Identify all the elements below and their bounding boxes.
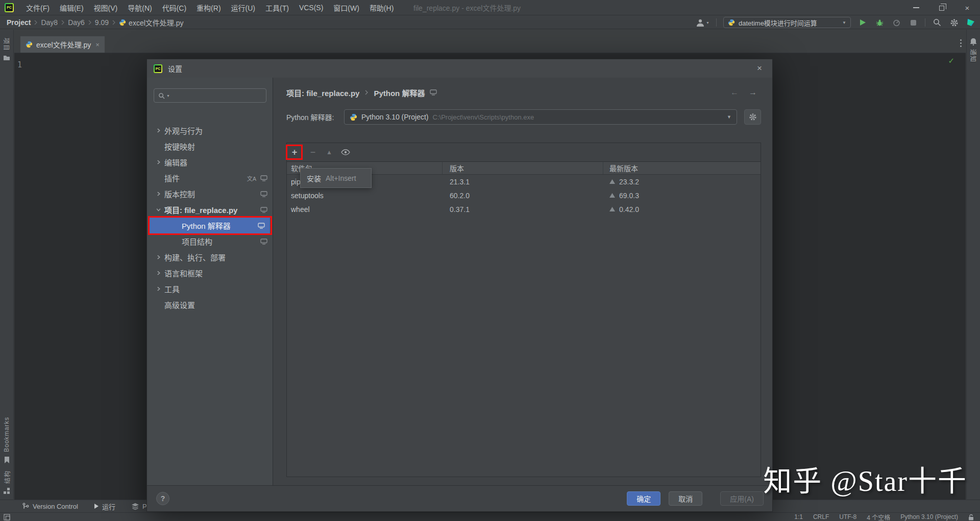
help-button[interactable]: ? [156, 492, 169, 505]
tree-item-plugins[interactable]: 插件 文A [147, 170, 273, 186]
chevron-right-icon[interactable] [156, 192, 161, 196]
close-dialog-button[interactable]: × [754, 63, 765, 74]
tree-item-version-control[interactable]: 版本控制 [147, 186, 273, 202]
file-encoding[interactable]: UTF-8 [839, 513, 856, 520]
tree-item-appearance[interactable]: 外观与行为 [147, 123, 273, 138]
menu-view[interactable]: 视图(V) [89, 0, 123, 15]
chevron-right-icon [88, 20, 92, 25]
chevron-right-icon[interactable] [156, 287, 161, 291]
menu-code[interactable]: 代码(C) [157, 0, 191, 15]
restore-button[interactable] [929, 0, 954, 15]
tree-item-advanced-settings[interactable]: 高级设置 [147, 297, 273, 313]
tool-window-switcher-icon[interactable] [4, 514, 10, 520]
breadcrumb-day6[interactable]: Day6 [68, 18, 85, 27]
settings-search-input[interactable]: ▼ [154, 88, 266, 103]
indent-setting[interactable]: 4 个空格 [867, 513, 890, 521]
profiler-button[interactable] [891, 17, 901, 28]
packages-panel: + − ▲ 软件包 版本 最新版本 pip 21.3.1 [286, 143, 761, 477]
tree-item-build-deploy[interactable]: 构建、执行、部署 [147, 249, 273, 265]
branch-icon [22, 503, 29, 510]
menu-tools[interactable]: 工具(T) [260, 0, 294, 15]
inspections-ok-icon[interactable]: ✓ [948, 56, 954, 65]
editor-tab[interactable]: excel文件处理.py × [20, 36, 105, 53]
column-header-latest[interactable]: 最新版本 [603, 162, 761, 174]
tree-item-python-interpreter[interactable]: Python 解释器 [150, 218, 270, 233]
tree-item-languages-frameworks[interactable]: 语言和框架 [147, 265, 273, 281]
cancel-button[interactable]: 取消 [669, 491, 702, 506]
user-account-button[interactable]: ▼ [696, 19, 709, 27]
interpreter-settings-button[interactable] [744, 109, 761, 125]
bookmark-icon[interactable] [4, 457, 10, 463]
chevron-right-icon [34, 20, 38, 25]
chevron-right-icon[interactable] [156, 271, 161, 275]
chevron-down-icon: ▼ [842, 20, 846, 25]
package-latest-version: 69.0.3 [619, 192, 639, 200]
package-row-wheel[interactable]: wheel 0.37.1 0.42.0 [287, 202, 761, 216]
tree-item-project-structure[interactable]: 项目结构 [147, 233, 273, 249]
breadcrumb-day8[interactable]: Day8 [41, 18, 58, 27]
settings-breadcrumb-section[interactable]: 项目: file_replace.py [286, 87, 359, 98]
back-arrow-icon[interactable]: ← [730, 88, 739, 97]
uninstall-package-button[interactable]: − [306, 146, 320, 158]
python-packages-button[interactable]: P [132, 503, 147, 510]
ok-button[interactable]: 确定 [627, 491, 660, 506]
menu-help[interactable]: 帮助(H) [364, 0, 399, 15]
menu-edit[interactable]: 编辑(E) [55, 0, 89, 15]
column-header-version[interactable]: 版本 [443, 162, 603, 174]
close-window-button[interactable]: × [954, 0, 980, 15]
stop-button[interactable] [908, 17, 918, 28]
breadcrumb-909[interactable]: 9.09 [95, 18, 109, 27]
chevron-right-icon[interactable] [156, 128, 161, 133]
package-version: 60.2.0 [443, 192, 603, 200]
menu-refactor[interactable]: 重构(R) [191, 0, 226, 15]
tool-window-bookmarks[interactable]: Bookmarks [3, 417, 10, 452]
pycharm-logo-icon: PC [154, 64, 162, 73]
run-button[interactable] [857, 17, 868, 28]
monitor-icon [260, 191, 267, 197]
line-separator[interactable]: CRLF [813, 513, 829, 520]
lock-icon[interactable] [968, 514, 974, 520]
interpreter-select[interactable]: Python 3.10 (Project) C:\Project\venv\Sc… [344, 109, 737, 125]
tree-item-keymap[interactable]: 按键映射 [147, 138, 273, 154]
caret-position[interactable]: 1:1 [794, 513, 803, 520]
version-control-button[interactable]: Version Control [22, 503, 78, 510]
folder-icon[interactable] [3, 55, 10, 61]
ide-logo-icon[interactable] [966, 17, 976, 28]
breadcrumb: Project Day8 Day6 9.09 excel文件处理.py [0, 17, 183, 28]
debug-button[interactable] [874, 17, 885, 28]
menu-window[interactable]: 窗口(W) [328, 0, 364, 15]
dialog-title-bar[interactable]: PC 设置 × [147, 59, 772, 78]
minimize-button[interactable] [903, 0, 929, 15]
package-row-setuptools[interactable]: setuptools 60.2.0 69.0.3 [287, 188, 761, 202]
python-file-icon [119, 19, 126, 26]
tree-item-project[interactable]: 项目: file_replace.py [147, 202, 273, 218]
chevron-down-icon[interactable] [156, 207, 161, 212]
upgrade-package-button[interactable]: ▲ [323, 146, 336, 158]
search-everywhere-button[interactable] [932, 17, 942, 28]
breadcrumb-current-file[interactable]: excel文件处理.py [119, 17, 183, 28]
tab-options-kebab-icon[interactable] [960, 39, 962, 48]
tool-window-structure[interactable]: 结构 [3, 470, 11, 484]
menu-navigate[interactable]: 导航(N) [122, 0, 157, 15]
run-tool-window-button[interactable]: 运行 [94, 502, 115, 511]
breadcrumb-project[interactable]: Project [7, 18, 31, 27]
settings-button[interactable] [949, 17, 959, 28]
menu-file[interactable]: 文件(F) [21, 0, 55, 15]
chevron-right-icon[interactable] [156, 160, 161, 164]
install-package-button[interactable]: + [288, 146, 301, 158]
breadcrumb-file-label: excel文件处理.py [129, 17, 183, 28]
bell-icon[interactable] [970, 38, 977, 45]
interpreter-setting[interactable]: Python 3.10 (Project) [900, 513, 958, 520]
menu-run[interactable]: 运行(U) [226, 0, 260, 15]
tool-window-notifications[interactable]: 通知 [969, 49, 978, 62]
run-config-select[interactable]: datetime模块进行时间运算 ▼ [723, 17, 851, 28]
forward-arrow-icon[interactable]: → [749, 88, 757, 97]
tree-item-tools[interactable]: 工具 [147, 281, 273, 297]
tree-item-editor[interactable]: 编辑器 [147, 154, 273, 170]
structure-icon[interactable] [4, 488, 10, 494]
show-early-releases-button[interactable] [339, 146, 352, 158]
close-tab-icon[interactable]: × [95, 41, 100, 49]
tool-window-project[interactable]: 项目 [3, 38, 11, 51]
chevron-right-icon[interactable] [156, 255, 161, 259]
menu-vcs[interactable]: VCS(S) [294, 0, 328, 15]
